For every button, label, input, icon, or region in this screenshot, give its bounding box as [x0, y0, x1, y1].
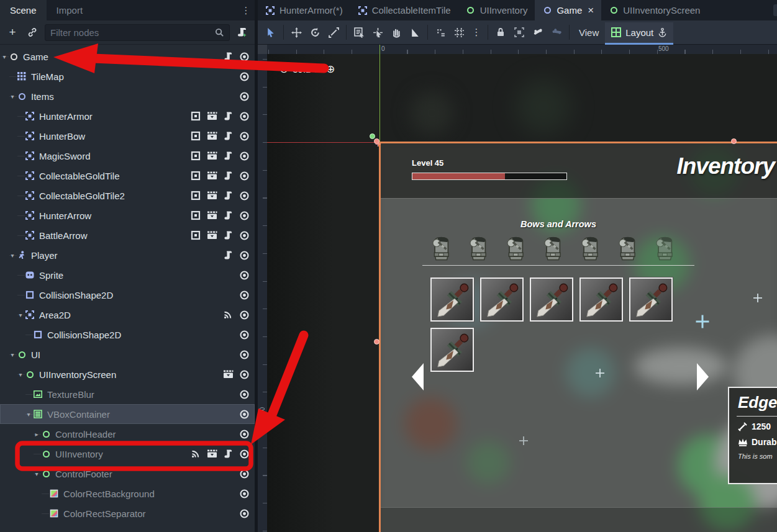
visibility-icon[interactable] [239, 250, 250, 261]
scale-tool-button[interactable] [324, 23, 343, 42]
scene-tab-collectableitemtile[interactable]: CollectableItemTile [350, 0, 458, 20]
tree-node-ui[interactable]: ▾UI [0, 345, 255, 364]
group-icon[interactable] [190, 190, 201, 201]
script-icon[interactable] [222, 210, 234, 221]
visibility-icon[interactable] [239, 110, 250, 122]
skeleton-options-button[interactable] [529, 23, 547, 42]
visibility-icon[interactable] [239, 51, 250, 62]
list-select-tool-button[interactable] [350, 23, 368, 42]
instance-options-icon[interactable] [206, 190, 217, 201]
instance-options-icon[interactable] [206, 130, 217, 142]
visibility-icon[interactable] [239, 508, 250, 519]
add-node-button[interactable]: + [5, 25, 20, 40]
zoom-out-button[interactable]: ⊖ [279, 63, 288, 76]
visibility-icon[interactable] [239, 428, 250, 440]
selection-handle[interactable] [374, 339, 379, 345]
tree-node-collisionshape2d[interactable]: CollisionShape2D [0, 285, 255, 305]
signal-connection-icon[interactable] [222, 309, 234, 320]
visibility-icon[interactable] [239, 369, 250, 380]
2d-viewport[interactable]: 0 500 500 [258, 45, 777, 532]
instance-options-icon[interactable] [206, 230, 217, 241]
visibility-icon[interactable] [239, 389, 250, 400]
tree-node-items[interactable]: ▾Items [0, 86, 255, 106]
selection-border-top[interactable] [379, 142, 777, 143]
canvas-area[interactable]: Level 45 Inventory Bows and Arrows [267, 54, 777, 532]
group-icon[interactable] [190, 170, 201, 181]
skeleton-make-bones-button[interactable] [547, 23, 566, 42]
tree-node-hunterbow[interactable]: HunterBow [0, 126, 255, 146]
tree-node-collisionshape2d[interactable]: CollisionShape2D [0, 325, 255, 345]
visibility-icon[interactable] [239, 329, 250, 340]
view-menu-button[interactable]: View [573, 27, 605, 38]
group-icon[interactable] [190, 110, 201, 122]
visibility-icon[interactable] [239, 210, 250, 221]
visibility-icon[interactable] [239, 309, 250, 320]
visibility-icon[interactable] [239, 289, 250, 300]
instance-options-icon[interactable] [206, 170, 217, 181]
close-tab-icon[interactable]: × [588, 4, 594, 17]
smart-snap-button[interactable] [431, 23, 450, 42]
script-icon[interactable] [222, 250, 234, 261]
tree-node-hunterarmor[interactable]: HunterArmor [0, 106, 255, 126]
tree-node-player[interactable]: ▾Player [0, 245, 255, 265]
group-icon[interactable] [190, 150, 201, 161]
instance-options-icon[interactable] [206, 150, 217, 161]
visibility-icon[interactable] [239, 150, 250, 161]
move-tool-button[interactable] [287, 23, 306, 42]
tree-node-collectablegoldtile2[interactable]: CollectableGoldTile2 [0, 186, 255, 205]
zoom-level-value[interactable]: 39.1 % [293, 64, 322, 74]
lock-object-button[interactable] [491, 23, 510, 42]
position-select-tool-button[interactable] [368, 23, 387, 42]
tree-node-textureblur[interactable]: TextureBlur [0, 384, 255, 404]
dock-menu-icon[interactable]: ⋮ [240, 0, 252, 20]
selection-border-left[interactable] [379, 142, 381, 532]
script-icon[interactable] [222, 170, 234, 181]
tree-node-uiinventoryscreen[interactable]: ▾UIInventoryScreen [0, 364, 255, 384]
selection-handle[interactable] [731, 138, 737, 144]
instance-options-icon[interactable] [222, 369, 234, 380]
visibility-icon[interactable] [239, 230, 250, 241]
signal-connection-icon[interactable] [190, 448, 201, 459]
script-icon[interactable] [222, 230, 234, 241]
tree-node-magicsword[interactable]: MagicSword [0, 146, 255, 166]
scene-tab-uiinventory[interactable]: UIInventory [458, 0, 535, 20]
scene-tab-hunterarmor[interactable]: HunterArmor(*) [258, 0, 350, 20]
tab-import[interactable]: Import [47, 0, 93, 20]
script-icon[interactable] [222, 190, 234, 201]
tree-node-colorrectbackground[interactable]: ColorRectBackground [0, 484, 255, 503]
tree-node-hunterarrow[interactable]: HunterArrow [0, 205, 255, 225]
tree-node-controlfooter[interactable]: ▾ControlFooter [0, 464, 255, 484]
script-icon[interactable] [222, 130, 234, 142]
select-tool-button[interactable] [261, 23, 280, 42]
tree-node-area2d[interactable]: ▾Area2D [0, 305, 255, 325]
snap-options-menu[interactable]: ⋮ [468, 23, 484, 42]
visibility-icon[interactable] [239, 468, 250, 479]
ruler-tool-button[interactable] [406, 23, 424, 42]
tree-node-sprite[interactable]: Sprite [0, 265, 255, 285]
group-object-button[interactable] [510, 23, 529, 42]
tree-node-controlheader[interactable]: ▸ControlHeader [0, 424, 255, 444]
tree-node-collectablegoldtile[interactable]: CollectableGoldTile [0, 166, 255, 186]
instance-scene-button[interactable] [25, 25, 40, 40]
script-icon[interactable] [222, 448, 234, 459]
scene-tab-uiinventoryscreen[interactable]: UIInventoryScreen [601, 0, 707, 20]
visibility-icon[interactable] [239, 349, 250, 360]
anchor-icon[interactable] [658, 27, 667, 37]
tree-node-tilemap[interactable]: TileMap [0, 66, 255, 86]
visibility-icon[interactable] [239, 488, 250, 499]
instance-options-icon[interactable] [206, 210, 217, 221]
pan-tool-button[interactable] [387, 23, 406, 42]
group-icon[interactable] [190, 230, 201, 241]
tree-node-uiinventory[interactable]: UIInventory [0, 444, 255, 464]
layout-menu-button[interactable]: Layout [605, 22, 673, 43]
visibility-icon[interactable] [239, 130, 250, 142]
visibility-icon[interactable] [239, 190, 250, 201]
instance-options-icon[interactable] [206, 448, 217, 459]
tree-node-game[interactable]: ▾Game [0, 47, 255, 66]
zoom-in-button[interactable]: ⊕ [326, 63, 335, 76]
group-icon[interactable] [190, 210, 201, 221]
scene-tab-game[interactable]: Game× [535, 0, 601, 20]
visibility-icon[interactable] [239, 170, 250, 181]
instance-options-icon[interactable] [206, 110, 217, 122]
tree-node-colorrectseparator[interactable]: ColorRectSeparator [0, 503, 255, 523]
